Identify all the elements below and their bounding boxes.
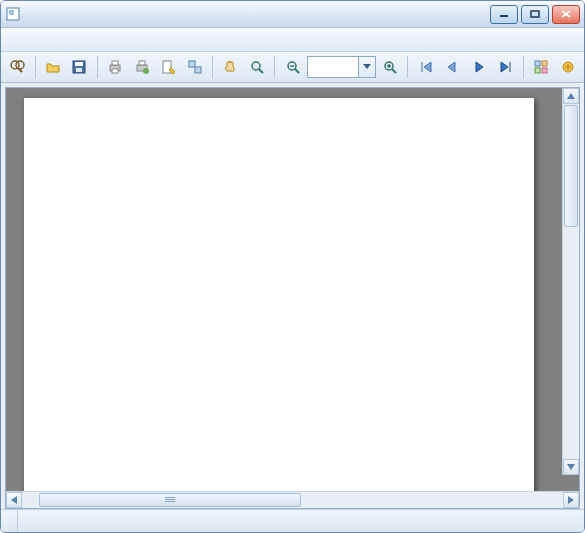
- titlebar: [1, 1, 584, 28]
- separator: [407, 56, 408, 78]
- watermark-button[interactable]: [555, 54, 580, 80]
- minimize-button[interactable]: [490, 5, 518, 24]
- svg-rect-14: [112, 69, 118, 73]
- close-button[interactable]: [552, 5, 580, 24]
- separator: [274, 56, 275, 78]
- zoom-input[interactable]: [308, 60, 358, 74]
- horizontal-scroll-thumb[interactable]: [39, 493, 301, 507]
- zoom-in-button[interactable]: [378, 54, 403, 80]
- svg-rect-1: [9, 10, 14, 15]
- svg-point-21: [252, 62, 260, 70]
- svg-rect-19: [189, 61, 195, 67]
- zoom-indicator: [568, 510, 584, 532]
- find-button[interactable]: [5, 54, 30, 80]
- prev-page-button[interactable]: [440, 54, 465, 80]
- open-button[interactable]: [41, 54, 66, 80]
- scroll-down-button[interactable]: [563, 459, 579, 475]
- zoom-dropdown[interactable]: [358, 57, 375, 77]
- zoom-out-button[interactable]: [280, 54, 305, 80]
- separator: [212, 56, 213, 78]
- magnifier-button[interactable]: [245, 54, 270, 80]
- svg-line-29: [392, 69, 396, 73]
- svg-line-25: [295, 69, 299, 73]
- separator: [97, 56, 98, 78]
- scroll-left-button[interactable]: [6, 492, 22, 508]
- separator: [523, 56, 524, 78]
- first-page-button[interactable]: [413, 54, 438, 80]
- last-page-button[interactable]: [493, 54, 518, 80]
- statusbar: [1, 509, 584, 532]
- svg-line-22: [259, 69, 263, 73]
- svg-rect-16: [139, 61, 145, 65]
- preview-window: [0, 0, 585, 533]
- document-area: [5, 87, 580, 509]
- svg-rect-10: [75, 62, 83, 66]
- hand-tool-button[interactable]: [218, 54, 243, 80]
- scroll-right-button[interactable]: [563, 492, 579, 508]
- separator: [35, 56, 36, 78]
- svg-rect-31: [542, 61, 547, 66]
- vertical-scrollbar[interactable]: [562, 88, 579, 475]
- svg-rect-3: [531, 11, 539, 17]
- report-page: [24, 98, 534, 491]
- horizontal-scrollbar[interactable]: [6, 491, 579, 508]
- maximize-button[interactable]: [521, 5, 549, 24]
- svg-rect-13: [112, 61, 118, 65]
- save-button[interactable]: [67, 54, 92, 80]
- next-page-button[interactable]: [467, 54, 492, 80]
- page-setup-button[interactable]: [156, 54, 181, 80]
- svg-rect-30: [535, 61, 540, 66]
- scale-button[interactable]: [183, 54, 208, 80]
- multipage-button[interactable]: [529, 54, 554, 80]
- svg-point-8: [16, 61, 24, 69]
- vertical-scroll-thumb[interactable]: [564, 105, 578, 227]
- quick-print-button[interactable]: [129, 54, 154, 80]
- menubar: [1, 28, 584, 52]
- svg-rect-32: [535, 68, 540, 73]
- toolbar: [1, 52, 584, 83]
- page-indicator: [1, 510, 18, 532]
- svg-rect-11: [76, 68, 82, 72]
- scroll-up-button[interactable]: [563, 88, 579, 104]
- viewport[interactable]: [6, 88, 579, 491]
- svg-point-17: [143, 68, 149, 74]
- content-area: [1, 83, 584, 509]
- svg-rect-20: [195, 67, 201, 73]
- app-icon: [5, 6, 21, 22]
- print-button[interactable]: [103, 54, 128, 80]
- zoom-field[interactable]: [307, 56, 376, 78]
- svg-rect-33: [542, 68, 547, 73]
